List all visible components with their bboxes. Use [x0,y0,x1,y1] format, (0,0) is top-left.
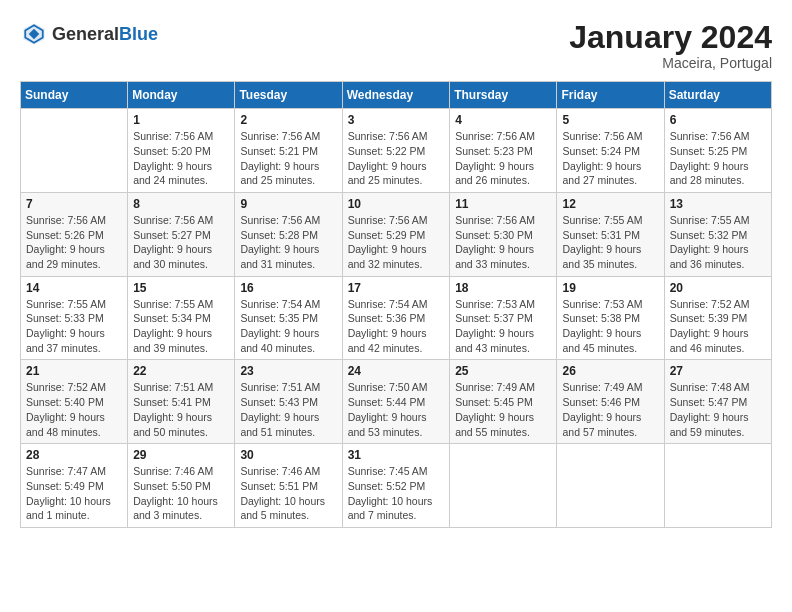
calendar-cell: 31Sunrise: 7:45 AM Sunset: 5:52 PM Dayli… [342,444,450,528]
day-info: Sunrise: 7:51 AM Sunset: 5:41 PM Dayligh… [133,380,229,439]
day-number: 30 [240,448,336,462]
day-info: Sunrise: 7:50 AM Sunset: 5:44 PM Dayligh… [348,380,445,439]
day-info: Sunrise: 7:56 AM Sunset: 5:26 PM Dayligh… [26,213,122,272]
day-info: Sunrise: 7:56 AM Sunset: 5:23 PM Dayligh… [455,129,551,188]
calendar-week-row: 28Sunrise: 7:47 AM Sunset: 5:49 PM Dayli… [21,444,772,528]
day-number: 18 [455,281,551,295]
calendar-week-row: 1Sunrise: 7:56 AM Sunset: 5:20 PM Daylig… [21,109,772,193]
day-number: 28 [26,448,122,462]
day-info: Sunrise: 7:55 AM Sunset: 5:34 PM Dayligh… [133,297,229,356]
day-number: 24 [348,364,445,378]
page-header: GeneralBlue January 2024 Maceira, Portug… [20,20,772,71]
calendar-cell: 18Sunrise: 7:53 AM Sunset: 5:37 PM Dayli… [450,276,557,360]
day-number: 25 [455,364,551,378]
calendar-cell: 5Sunrise: 7:56 AM Sunset: 5:24 PM Daylig… [557,109,664,193]
logo: GeneralBlue [20,20,158,48]
calendar-cell [21,109,128,193]
day-info: Sunrise: 7:48 AM Sunset: 5:47 PM Dayligh… [670,380,766,439]
logo-text: GeneralBlue [52,24,158,45]
calendar-day-header: Monday [128,82,235,109]
logo-general: General [52,24,119,44]
day-info: Sunrise: 7:55 AM Sunset: 5:33 PM Dayligh… [26,297,122,356]
calendar-cell: 1Sunrise: 7:56 AM Sunset: 5:20 PM Daylig… [128,109,235,193]
calendar-day-header: Friday [557,82,664,109]
month-title: January 2024 [569,20,772,55]
calendar-cell: 27Sunrise: 7:48 AM Sunset: 5:47 PM Dayli… [664,360,771,444]
day-info: Sunrise: 7:49 AM Sunset: 5:46 PM Dayligh… [562,380,658,439]
calendar-cell: 8Sunrise: 7:56 AM Sunset: 5:27 PM Daylig… [128,192,235,276]
calendar-cell: 20Sunrise: 7:52 AM Sunset: 5:39 PM Dayli… [664,276,771,360]
day-number: 8 [133,197,229,211]
calendar-cell: 26Sunrise: 7:49 AM Sunset: 5:46 PM Dayli… [557,360,664,444]
calendar-day-header: Tuesday [235,82,342,109]
calendar-cell: 25Sunrise: 7:49 AM Sunset: 5:45 PM Dayli… [450,360,557,444]
day-info: Sunrise: 7:52 AM Sunset: 5:40 PM Dayligh… [26,380,122,439]
day-info: Sunrise: 7:45 AM Sunset: 5:52 PM Dayligh… [348,464,445,523]
calendar-table: SundayMondayTuesdayWednesdayThursdayFrid… [20,81,772,528]
calendar-header-row: SundayMondayTuesdayWednesdayThursdayFrid… [21,82,772,109]
day-number: 29 [133,448,229,462]
day-number: 6 [670,113,766,127]
day-info: Sunrise: 7:55 AM Sunset: 5:32 PM Dayligh… [670,213,766,272]
calendar-cell [557,444,664,528]
day-number: 31 [348,448,445,462]
day-info: Sunrise: 7:51 AM Sunset: 5:43 PM Dayligh… [240,380,336,439]
day-number: 23 [240,364,336,378]
calendar-week-row: 21Sunrise: 7:52 AM Sunset: 5:40 PM Dayli… [21,360,772,444]
calendar-cell [664,444,771,528]
calendar-week-row: 7Sunrise: 7:56 AM Sunset: 5:26 PM Daylig… [21,192,772,276]
calendar-cell: 16Sunrise: 7:54 AM Sunset: 5:35 PM Dayli… [235,276,342,360]
calendar-cell [450,444,557,528]
day-info: Sunrise: 7:56 AM Sunset: 5:30 PM Dayligh… [455,213,551,272]
day-info: Sunrise: 7:47 AM Sunset: 5:49 PM Dayligh… [26,464,122,523]
calendar-cell: 30Sunrise: 7:46 AM Sunset: 5:51 PM Dayli… [235,444,342,528]
day-info: Sunrise: 7:55 AM Sunset: 5:31 PM Dayligh… [562,213,658,272]
day-number: 4 [455,113,551,127]
day-number: 15 [133,281,229,295]
day-info: Sunrise: 7:56 AM Sunset: 5:20 PM Dayligh… [133,129,229,188]
calendar-day-header: Saturday [664,82,771,109]
calendar-day-header: Sunday [21,82,128,109]
calendar-cell: 17Sunrise: 7:54 AM Sunset: 5:36 PM Dayli… [342,276,450,360]
day-number: 5 [562,113,658,127]
day-info: Sunrise: 7:56 AM Sunset: 5:22 PM Dayligh… [348,129,445,188]
calendar-cell: 19Sunrise: 7:53 AM Sunset: 5:38 PM Dayli… [557,276,664,360]
day-number: 2 [240,113,336,127]
title-area: January 2024 Maceira, Portugal [569,20,772,71]
day-number: 12 [562,197,658,211]
day-number: 21 [26,364,122,378]
day-number: 1 [133,113,229,127]
day-number: 13 [670,197,766,211]
calendar-cell: 22Sunrise: 7:51 AM Sunset: 5:41 PM Dayli… [128,360,235,444]
logo-blue: Blue [119,24,158,44]
day-number: 3 [348,113,445,127]
calendar-cell: 4Sunrise: 7:56 AM Sunset: 5:23 PM Daylig… [450,109,557,193]
day-number: 10 [348,197,445,211]
day-number: 27 [670,364,766,378]
day-info: Sunrise: 7:56 AM Sunset: 5:24 PM Dayligh… [562,129,658,188]
calendar-cell: 15Sunrise: 7:55 AM Sunset: 5:34 PM Dayli… [128,276,235,360]
calendar-day-header: Thursday [450,82,557,109]
calendar-day-header: Wednesday [342,82,450,109]
day-info: Sunrise: 7:46 AM Sunset: 5:51 PM Dayligh… [240,464,336,523]
day-number: 22 [133,364,229,378]
day-number: 16 [240,281,336,295]
day-number: 9 [240,197,336,211]
calendar-cell: 10Sunrise: 7:56 AM Sunset: 5:29 PM Dayli… [342,192,450,276]
day-info: Sunrise: 7:56 AM Sunset: 5:27 PM Dayligh… [133,213,229,272]
calendar-cell: 2Sunrise: 7:56 AM Sunset: 5:21 PM Daylig… [235,109,342,193]
calendar-cell: 29Sunrise: 7:46 AM Sunset: 5:50 PM Dayli… [128,444,235,528]
calendar-cell: 7Sunrise: 7:56 AM Sunset: 5:26 PM Daylig… [21,192,128,276]
calendar-cell: 28Sunrise: 7:47 AM Sunset: 5:49 PM Dayli… [21,444,128,528]
logo-icon [20,20,48,48]
day-info: Sunrise: 7:56 AM Sunset: 5:28 PM Dayligh… [240,213,336,272]
calendar-cell: 21Sunrise: 7:52 AM Sunset: 5:40 PM Dayli… [21,360,128,444]
calendar-cell: 3Sunrise: 7:56 AM Sunset: 5:22 PM Daylig… [342,109,450,193]
day-number: 11 [455,197,551,211]
day-info: Sunrise: 7:54 AM Sunset: 5:35 PM Dayligh… [240,297,336,356]
calendar-cell: 23Sunrise: 7:51 AM Sunset: 5:43 PM Dayli… [235,360,342,444]
calendar-week-row: 14Sunrise: 7:55 AM Sunset: 5:33 PM Dayli… [21,276,772,360]
calendar-cell: 13Sunrise: 7:55 AM Sunset: 5:32 PM Dayli… [664,192,771,276]
day-number: 19 [562,281,658,295]
location: Maceira, Portugal [569,55,772,71]
